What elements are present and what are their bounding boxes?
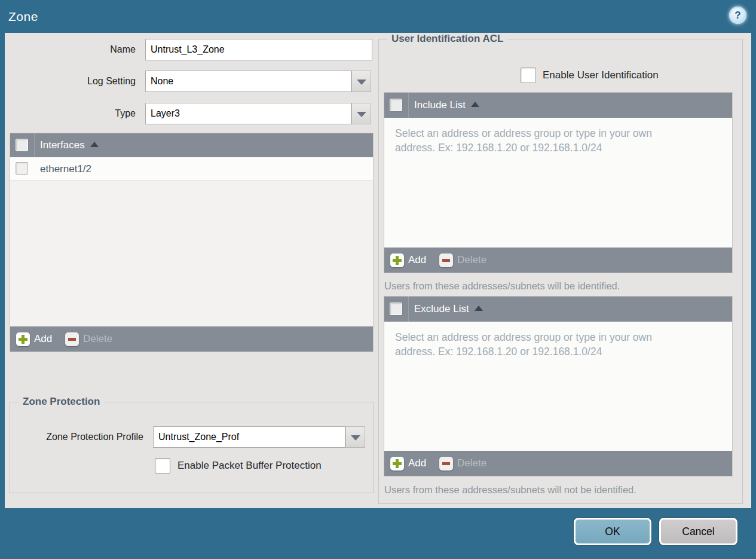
exclude-list-header-label: Exclude List [414,297,483,322]
add-button[interactable]: Add [390,451,426,476]
help-icon[interactable]: ? [729,7,746,24]
enable-user-identification-label: Enable User Identification [543,68,659,83]
add-label: Add [408,254,426,266]
include-list-body: Select an address or address group or ty… [384,118,732,249]
zone-protection-section: Zone Protection Zone Protection Profile … [10,402,374,493]
interfaces-body: ethernet1/2 [10,157,373,328]
packet-buffer-protection-label: Enable Packet Buffer Protection [177,458,322,474]
delete-icon [439,253,453,267]
exclude-list-body: Select an address or address group or ty… [384,322,732,452]
dialog-title-bar: Zone ? [0,0,756,33]
zone-protection-profile-dropdown-button[interactable] [345,426,365,448]
log-setting-input[interactable] [145,71,351,92]
log-setting-dropdown-button[interactable] [351,71,371,92]
zone-protection-profile-input[interactable] [153,426,345,448]
type-label: Type [5,103,140,124]
delete-icon [65,332,79,346]
cancel-button[interactable]: Cancel [659,518,737,545]
add-button[interactable]: Add [16,326,52,352]
ok-button[interactable]: OK [574,518,651,545]
name-input[interactable] [145,39,372,60]
zone-dialog-body: Name Log Setting Type Interfaces etherne… [5,33,751,508]
add-button[interactable]: Add [390,248,426,273]
user-identification-legend: User Identification ACL [387,33,507,45]
type-dropdown-button[interactable] [351,103,371,124]
exclude-list-header-text: Exclude List [414,303,469,314]
include-list-header[interactable]: Include List [384,93,732,118]
delete-label: Delete [457,457,486,469]
header-divider [408,297,409,322]
enable-user-identification-checkbox[interactable] [521,68,536,83]
exclude-list-select-all-checkbox[interactable] [390,303,402,315]
header-divider [34,133,35,157]
include-list-note: Users from these addresses/subnets will … [384,280,620,292]
include-list-placeholder: Select an address or address group or ty… [395,126,724,155]
add-label: Add [408,457,426,469]
chevron-down-icon [351,435,360,441]
delete-label: Delete [83,333,112,345]
interfaces-table: Interfaces ethernet1/2 Add Delete [10,133,374,352]
include-list-select-all-checkbox[interactable] [390,99,402,111]
interfaces-select-all-checkbox[interactable] [16,139,28,151]
exclude-list-footer: Add Delete [384,451,732,476]
include-list-header-text: Include List [414,99,466,111]
exclude-list-note: Users from these addresses/subnets will … [384,484,636,496]
row-checkbox[interactable] [16,162,28,175]
delete-icon [439,457,453,471]
include-list-header-label: Include List [414,93,479,118]
add-icon [390,457,404,471]
delete-button[interactable]: Delete [439,248,486,273]
delete-label: Delete [457,254,486,266]
zone-protection-profile-label: Zone Protection Profile [10,426,148,448]
exclude-list-table: Exclude List Select an address or addres… [384,296,733,476]
add-label: Add [34,333,52,345]
sort-ascending-icon [471,102,479,107]
dialog-title: Zone [8,0,38,33]
user-identification-section: User Identification ACL Enable User Iden… [378,39,743,504]
include-list-footer: Add Delete [384,248,732,273]
chevron-down-icon [357,80,366,85]
exclude-list-header[interactable]: Exclude List [384,297,732,322]
zone-protection-legend: Zone Protection [19,396,104,408]
add-icon [390,253,404,267]
sort-ascending-icon [475,306,483,311]
interfaces-header-text: Interfaces [40,139,85,151]
chevron-down-icon [357,112,366,117]
packet-buffer-protection-checkbox[interactable] [155,458,170,474]
delete-button[interactable]: Delete [439,451,486,476]
interfaces-header-label: Interfaces [40,133,99,157]
type-input[interactable] [145,103,351,124]
table-row[interactable]: ethernet1/2 [10,157,373,181]
interfaces-footer: Add Delete [10,326,373,352]
delete-button[interactable]: Delete [65,326,112,352]
interfaces-header[interactable]: Interfaces [10,133,373,157]
log-setting-label: Log Setting [5,71,140,92]
include-list-table: Include List Select an address or addres… [384,92,733,273]
sort-ascending-icon [90,142,99,147]
name-label: Name [5,39,140,60]
exclude-list-placeholder: Select an address or address group or ty… [395,330,724,359]
header-divider [408,93,409,118]
interface-name: ethernet1/2 [40,157,91,181]
add-icon [16,332,30,346]
